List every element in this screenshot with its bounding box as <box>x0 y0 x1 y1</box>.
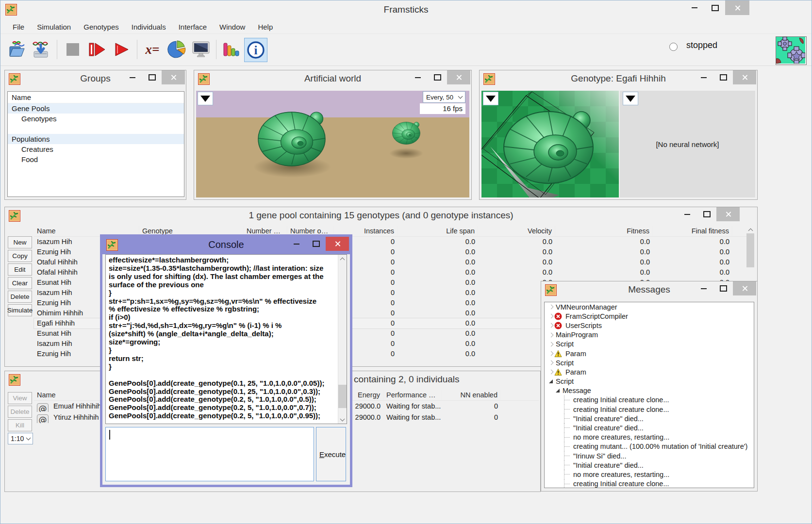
minimize-button[interactable] <box>678 207 697 221</box>
simulate-button[interactable]: Simulate <box>8 304 32 316</box>
close-button[interactable] <box>447 70 470 84</box>
messages-tree-item[interactable]: Script <box>545 340 754 349</box>
scroll-up-button[interactable] <box>338 255 347 262</box>
chart-button[interactable] <box>166 38 188 61</box>
groups-item[interactable]: Gene Pools <box>8 103 184 114</box>
neural-network-panel[interactable]: [No neural network] <box>620 91 755 197</box>
messages-tree-item[interactable]: Message <box>545 386 754 395</box>
expander-expanded-icon[interactable] <box>547 379 554 383</box>
maximize-button[interactable] <box>713 70 733 84</box>
messages-tree-item[interactable]: "Initial creature" died... <box>545 423 754 432</box>
column-header-velocity[interactable]: Velocity <box>478 226 555 236</box>
console-input[interactable] <box>105 427 314 481</box>
close-button[interactable] <box>162 70 185 84</box>
minimize-button[interactable] <box>694 70 713 84</box>
minimize-button[interactable] <box>684 0 705 15</box>
groups-titlebar[interactable]: Groups <box>5 70 186 88</box>
messages-tree-item[interactable]: no more creatures, restarting... <box>545 470 754 479</box>
messages-titlebar[interactable]: Messages <box>541 281 757 299</box>
groups-item[interactable]: Creatures <box>8 144 184 154</box>
save-button[interactable] <box>30 38 52 61</box>
expander-expanded-icon[interactable] <box>554 389 561 393</box>
console-scrollbar[interactable] <box>338 255 347 424</box>
messages-tree-item[interactable]: "Initial creature" died... <box>545 460 754 470</box>
groups-item[interactable] <box>8 124 184 134</box>
close-button[interactable] <box>326 237 349 251</box>
messages-tree-item[interactable]: creating mutant... (100.00% mutation of … <box>545 442 754 451</box>
minimize-button[interactable] <box>287 237 306 251</box>
genotype-creature-shell[interactable] <box>500 108 597 187</box>
run-button[interactable] <box>110 38 133 61</box>
creature-shell[interactable] <box>391 121 421 146</box>
column-header-nn-enabled[interactable]: NN enabled <box>442 390 501 400</box>
maximize-button[interactable] <box>306 237 326 251</box>
statistics-button[interactable] <box>220 38 242 61</box>
messages-tree-item[interactable]: "Initial creature" died... <box>545 414 754 423</box>
scrollbar-thumb[interactable] <box>338 385 347 408</box>
close-button[interactable] <box>716 207 740 221</box>
close-button[interactable] <box>733 70 756 84</box>
expander-collapsed-icon[interactable] <box>547 352 554 355</box>
menu-item-simulation[interactable]: Simulation <box>31 21 77 33</box>
expander-collapsed-icon[interactable] <box>547 343 554 346</box>
menu-item-interface[interactable]: Interface <box>172 21 213 33</box>
info-button[interactable]: i <box>244 38 267 62</box>
messages-tree-item[interactable]: creating Initial creature clone... <box>545 479 754 488</box>
groups-name-header[interactable]: Name <box>8 92 184 103</box>
menu-item-individuals[interactable]: Individuals <box>125 21 172 33</box>
expander-collapsed-icon[interactable] <box>547 361 554 364</box>
maximize-button[interactable] <box>705 0 725 15</box>
expression-button[interactable]: x= <box>141 38 164 61</box>
maximize-button[interactable] <box>713 281 733 295</box>
genotype-view-menu-button[interactable] <box>483 92 498 105</box>
maximize-button[interactable] <box>428 70 447 84</box>
world-view-menu-button[interactable] <box>198 92 213 105</box>
menu-item-file[interactable]: File <box>6 21 31 33</box>
view-button[interactable]: View <box>8 392 32 404</box>
minimize-button[interactable] <box>123 70 142 84</box>
menu-item-window[interactable]: Window <box>213 21 251 33</box>
delete-button[interactable]: Delete <box>8 406 32 418</box>
messages-tree-item[interactable]: creating Initial creature clone... <box>545 405 754 414</box>
column-header-final-fitness[interactable]: Final fitness <box>653 226 732 236</box>
close-button[interactable] <box>725 0 749 15</box>
step-button[interactable] <box>86 38 108 61</box>
creature-shell[interactable] <box>255 109 328 169</box>
groups-item[interactable]: Populations <box>8 134 184 144</box>
column-header-life-span[interactable]: Life span <box>398 226 478 236</box>
column-header-performance-cal[interactable]: Performance cal... <box>383 390 442 400</box>
minimize-button[interactable] <box>408 70 428 84</box>
execute-button[interactable]: Execute <box>316 427 346 481</box>
stop-button[interactable] <box>62 38 84 61</box>
refresh-rate-combobox[interactable]: Every, 50 <box>423 91 465 103</box>
messages-tree-item[interactable]: no more creatures, restarting... <box>545 433 754 442</box>
maximize-button[interactable] <box>142 70 162 84</box>
world-3d-view[interactable]: Every, 50 16 fps <box>196 91 469 197</box>
messages-tree-item[interactable]: "Irinuw Si" died... <box>545 451 754 460</box>
expander-collapsed-icon[interactable] <box>547 370 554 374</box>
close-button[interactable] <box>733 281 756 295</box>
kill-button[interactable]: Kill <box>8 419 32 431</box>
expander-collapsed-icon[interactable] <box>547 305 554 309</box>
copy-button[interactable]: Copy <box>8 250 32 262</box>
groups-item[interactable]: Genotypes <box>8 114 184 124</box>
new-button[interactable]: New <box>8 236 32 248</box>
messages-tree[interactable]: VMNeuronManagerFramScriptCompilerUserScr… <box>544 302 754 488</box>
world-titlebar[interactable]: Artificial world <box>194 70 471 88</box>
main-titlebar[interactable]: Framsticks <box>0 0 812 20</box>
console-titlebar[interactable]: Console <box>102 237 350 254</box>
messages-tree-item[interactable]: MainProgram <box>545 330 754 340</box>
console-output[interactable]: effectivesize*=lastchambergrowth; size=s… <box>105 254 347 424</box>
groups-tree[interactable]: Name Gene PoolsGenotypesPopulationsCreat… <box>7 91 184 197</box>
menu-item-genotypes[interactable]: Genotypes <box>77 21 125 33</box>
messages-tree-item[interactable]: Param <box>545 367 754 377</box>
messages-tree-item[interactable]: VMNeuronManager <box>545 302 754 311</box>
genotype-titlebar[interactable]: Genotype: Egafi Hihhih <box>480 70 757 88</box>
scroll-down-button[interactable] <box>338 416 347 424</box>
scroll-up-button[interactable] <box>746 226 754 233</box>
menu-item-help[interactable]: Help <box>251 21 279 33</box>
column-header-fitness[interactable]: Fitness <box>555 226 653 236</box>
open-button[interactable] <box>6 38 29 61</box>
expander-collapsed-icon[interactable] <box>547 333 554 337</box>
scrollbar-thumb[interactable] <box>746 233 754 267</box>
